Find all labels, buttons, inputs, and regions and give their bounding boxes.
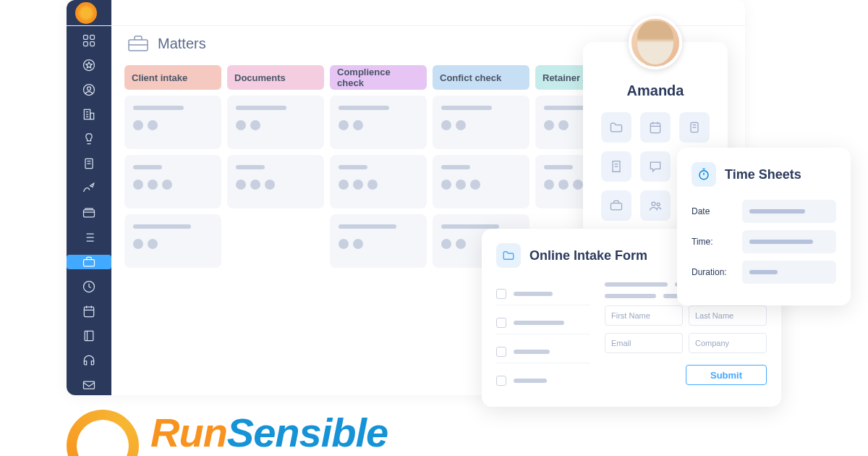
checklist-item[interactable] xyxy=(496,340,590,363)
sidebar-item-sign[interactable] xyxy=(67,181,111,195)
kanban-card[interactable] xyxy=(330,96,427,149)
svg-rect-14 xyxy=(85,331,93,340)
svg-rect-1 xyxy=(90,35,95,40)
column-header[interactable]: Complience check xyxy=(330,65,427,90)
last-name-field[interactable]: Last Name xyxy=(689,305,767,326)
app-logo-icon xyxy=(75,2,97,24)
sidebar-item-note[interactable] xyxy=(67,156,111,171)
sidebar-item-library[interactable] xyxy=(67,329,111,343)
intake-checklist xyxy=(496,282,590,392)
sidebar-item-matters[interactable] xyxy=(67,255,111,269)
timesheet-duration-row: Duration: xyxy=(692,261,836,284)
duration-label: Duration: xyxy=(692,267,735,277)
column-header[interactable]: Confict check xyxy=(433,65,529,90)
kanban-column: Complience check xyxy=(330,65,427,274)
svg-point-6 xyxy=(88,87,91,90)
contact-name: Amanda xyxy=(600,83,710,99)
svg-point-23 xyxy=(657,203,660,206)
sidebar-item-time[interactable] xyxy=(67,279,111,294)
kanban-card[interactable] xyxy=(227,155,324,208)
brand-logo-icon xyxy=(67,410,139,456)
folder-icon xyxy=(496,243,521,268)
page-title: Matters xyxy=(158,35,206,52)
action-contacts[interactable] xyxy=(640,190,671,221)
svg-rect-13 xyxy=(84,307,93,316)
action-chat[interactable] xyxy=(640,151,671,182)
svg-rect-15 xyxy=(84,381,95,389)
sidebar xyxy=(67,0,111,395)
action-receipt[interactable] xyxy=(601,151,631,182)
svg-rect-11 xyxy=(84,260,95,266)
brand-part2: Sensible xyxy=(227,410,388,455)
svg-rect-3 xyxy=(90,42,95,46)
submit-button[interactable]: Submit xyxy=(686,365,767,385)
kanban-card[interactable] xyxy=(433,96,529,149)
kanban-column: Documents xyxy=(227,65,324,274)
date-label: Date xyxy=(692,206,735,216)
sidebar-item-star[interactable] xyxy=(67,58,111,72)
kanban-card[interactable] xyxy=(124,214,221,268)
checklist-item[interactable] xyxy=(496,282,590,305)
action-folder[interactable] xyxy=(601,112,631,143)
brand-part1: Run xyxy=(150,410,227,455)
brand-text: RunSensible xyxy=(150,413,388,453)
sidebar-item-company[interactable] xyxy=(67,107,111,122)
action-calendar[interactable] xyxy=(640,112,671,143)
kanban-card[interactable] xyxy=(330,155,427,208)
sidebar-item-contact[interactable] xyxy=(67,83,111,97)
sidebar-item-apps[interactable] xyxy=(67,33,111,48)
date-field[interactable] xyxy=(742,200,836,223)
sidebar-item-support[interactable] xyxy=(67,353,111,368)
brand: RunSensible xyxy=(67,410,388,456)
column-header[interactable]: Client intake xyxy=(124,65,221,90)
briefcase-icon xyxy=(127,35,149,52)
svg-rect-18 xyxy=(650,123,660,132)
sidebar-item-list[interactable] xyxy=(67,230,111,245)
kanban-card[interactable] xyxy=(124,155,221,208)
company-field[interactable]: Company xyxy=(689,333,767,353)
intake-title: Online Intake Form xyxy=(529,248,647,263)
svg-rect-0 xyxy=(84,35,88,40)
duration-field[interactable] xyxy=(742,261,836,284)
checklist-item[interactable] xyxy=(496,369,590,392)
action-matter[interactable] xyxy=(601,190,631,221)
timesheet-date-row: Date xyxy=(692,200,836,223)
timesheet-card: Time Sheets Date Time: Duration: xyxy=(677,148,851,305)
svg-rect-2 xyxy=(84,42,88,46)
sidebar-item-mail[interactable] xyxy=(67,378,111,392)
time-label: Time: xyxy=(692,237,735,247)
kanban-column: Client intake xyxy=(124,65,221,274)
first-name-field[interactable]: First Name xyxy=(605,305,683,326)
stopwatch-icon xyxy=(692,162,716,187)
kanban-card[interactable] xyxy=(124,96,221,149)
sidebar-item-idea[interactable] xyxy=(67,132,111,146)
avatar xyxy=(629,16,682,69)
svg-rect-8 xyxy=(90,113,94,119)
timesheet-time-row: Time: xyxy=(692,230,836,253)
checklist-item[interactable] xyxy=(496,311,590,334)
kanban-card[interactable] xyxy=(227,96,324,149)
kanban-card[interactable] xyxy=(433,155,529,208)
svg-point-22 xyxy=(652,202,655,206)
svg-rect-21 xyxy=(611,203,622,210)
action-note[interactable] xyxy=(679,112,710,143)
timesheet-title: Time Sheets xyxy=(725,167,801,182)
timesheet-header: Time Sheets xyxy=(692,162,836,187)
email-field[interactable]: Email xyxy=(605,333,683,353)
time-field[interactable] xyxy=(742,230,836,253)
column-header[interactable]: Documents xyxy=(227,65,324,90)
sidebar-item-wallet[interactable] xyxy=(67,206,111,220)
kanban-card[interactable] xyxy=(330,214,427,268)
sidebar-item-calendar[interactable] xyxy=(67,304,111,318)
svg-rect-10 xyxy=(84,210,95,217)
